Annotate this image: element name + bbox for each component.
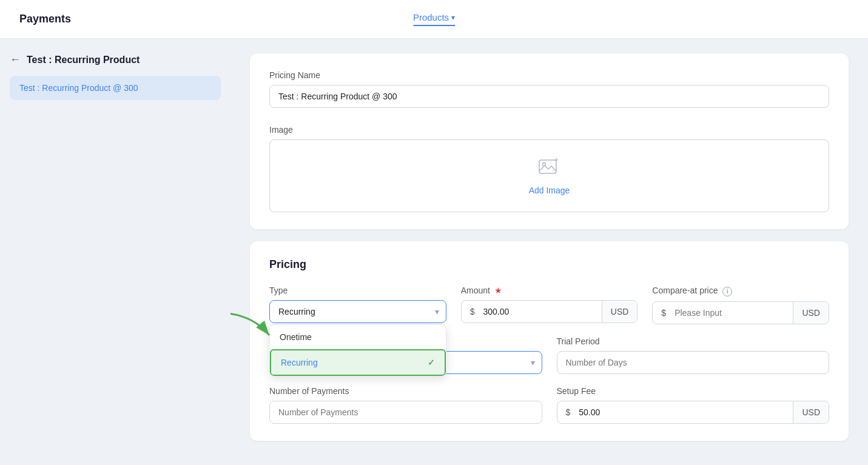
products-nav-item[interactable]: Products ▾ xyxy=(413,12,455,26)
add-image-label: Add Image xyxy=(529,186,570,195)
trial-period-label: Trial Period xyxy=(557,336,830,346)
num-payments-input[interactable] xyxy=(269,401,542,424)
dropdown-recurring-check-icon: ✓ xyxy=(428,358,435,367)
setup-fee-field: Setup Fee $ USD xyxy=(557,386,830,424)
compare-currency-suffix: USD xyxy=(793,302,829,324)
compare-price-field: Compare-at price i $ USD xyxy=(652,286,829,324)
main-layout: ← Test : Recurring Product Test : Recurr… xyxy=(0,39,868,465)
sidebar-back-label: Test : Recurring Product xyxy=(27,55,140,65)
top-nav: Payments Products ▾ xyxy=(0,0,868,39)
type-field: Type Recurring Onetime ▾ Onetime xyxy=(269,286,446,323)
type-label: Type xyxy=(269,286,446,295)
type-select-wrapper: Recurring Onetime ▾ xyxy=(269,300,446,323)
amount-input[interactable] xyxy=(480,301,601,323)
num-payments-label: Number of Payments xyxy=(269,386,542,396)
type-dropdown-overlay: Onetime Recurring ✓ xyxy=(269,324,446,376)
content-area: Pricing Name Image + Add Image xyxy=(230,39,868,465)
amount-input-wrapper: $ USD xyxy=(461,300,638,323)
trial-period-field: Trial Period xyxy=(557,336,830,374)
sidebar-back-header[interactable]: ← Test : Recurring Product xyxy=(10,53,221,66)
setup-fee-input-wrapper: $ USD xyxy=(557,401,830,424)
pricing-name-label: Pricing Name xyxy=(269,70,829,80)
upload-image-icon: + xyxy=(539,157,560,181)
dropdown-recurring-label: Recurring xyxy=(281,358,318,367)
amount-currency-prefix: $ xyxy=(462,301,481,323)
compare-price-info-icon[interactable]: i xyxy=(722,287,732,296)
back-arrow-icon: ← xyxy=(10,53,21,66)
amount-field: Amount ★ $ USD xyxy=(461,286,638,323)
sidebar-item-recurring[interactable]: Test : Recurring Product @ 300 xyxy=(10,76,221,100)
setup-fee-currency-suffix: USD xyxy=(793,401,829,423)
compare-input-wrapper: $ USD xyxy=(652,301,829,324)
dropdown-recurring-item[interactable]: Recurring ✓ xyxy=(270,349,446,376)
payments-setup-row: Number of Payments Setup Fee $ USD xyxy=(269,386,829,424)
svg-text:+: + xyxy=(554,157,558,163)
compare-currency-prefix: $ xyxy=(653,302,672,324)
setup-fee-label: Setup Fee xyxy=(557,386,830,396)
trial-period-input[interactable] xyxy=(557,351,830,374)
pricing-top-row: Type Recurring Onetime ▾ Onetime xyxy=(269,286,829,324)
products-chevron-icon: ▾ xyxy=(451,13,455,22)
svg-rect-0 xyxy=(539,160,556,173)
dropdown-onetime-item[interactable]: Onetime xyxy=(270,325,446,349)
compare-price-label: Compare-at price i xyxy=(652,286,829,296)
type-select[interactable]: Recurring Onetime xyxy=(269,300,446,323)
compare-price-input[interactable] xyxy=(672,302,793,324)
pricing-section-title: Pricing xyxy=(269,258,829,271)
products-label: Products xyxy=(413,12,449,22)
pricing-name-input[interactable] xyxy=(269,85,829,108)
amount-label: Amount ★ xyxy=(461,286,638,295)
green-arrow-wrapper xyxy=(230,310,275,348)
setup-fee-currency-prefix: $ xyxy=(557,401,577,423)
sidebar-item-label: Test : Recurring Product @ 300 xyxy=(19,83,138,93)
setup-fee-input[interactable] xyxy=(576,401,793,423)
pricing-name-card: Pricing Name Image + Add Image xyxy=(250,53,849,229)
num-payments-field: Number of Payments xyxy=(269,386,542,424)
amount-required-indicator: ★ xyxy=(494,286,502,295)
sidebar: ← Test : Recurring Product Test : Recurr… xyxy=(0,39,230,465)
pricing-card: Pricing Type Recurring Onetime ▾ xyxy=(250,241,849,441)
image-upload-area[interactable]: + Add Image xyxy=(269,139,829,212)
dropdown-onetime-label: Onetime xyxy=(280,332,312,342)
image-label: Image xyxy=(269,125,829,135)
nav-title: Payments xyxy=(19,13,71,25)
amount-currency-suffix: USD xyxy=(602,301,638,323)
